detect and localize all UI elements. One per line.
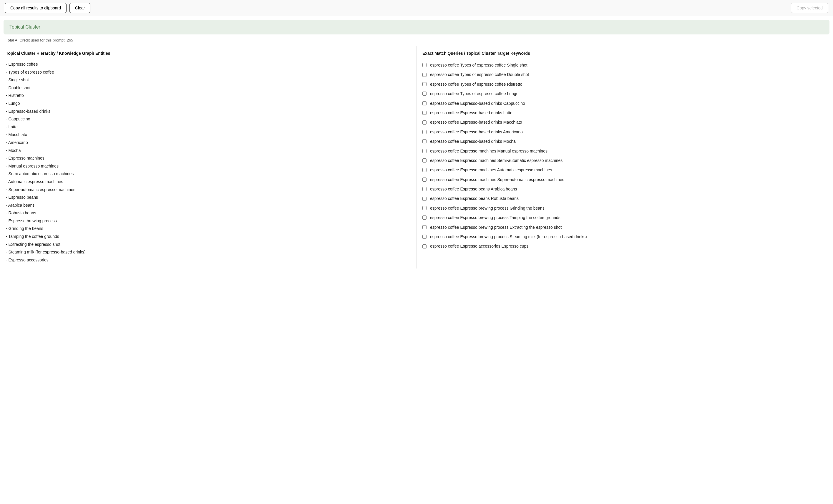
keyword-checkbox[interactable]: [422, 130, 427, 134]
keyword-text: espresso coffee Espresso machines Automa…: [430, 167, 827, 173]
keyword-checkbox[interactable]: [422, 168, 427, 172]
keyword-text: espresso coffee Types of espresso coffee…: [430, 90, 827, 97]
keyword-checkbox[interactable]: [422, 111, 427, 115]
keyword-text: espresso coffee Espresso-based drinks Mo…: [430, 138, 827, 145]
hierarchy-item: - Cappuccino: [6, 115, 410, 123]
keyword-item: espresso coffee Espresso machines Manual…: [422, 146, 827, 156]
hierarchy-item: - Espresso machines: [6, 154, 410, 162]
keyword-checkbox[interactable]: [422, 187, 427, 191]
keyword-text: espresso coffee Espresso brewing process…: [430, 205, 827, 211]
keyword-list: espresso coffee Types of espresso coffee…: [422, 61, 827, 251]
right-panel: Exact Match Queries / Topical Cluster Ta…: [416, 46, 830, 268]
keyword-text: espresso coffee Types of espresso coffee…: [430, 62, 827, 68]
hierarchy-item: - Double shot: [6, 84, 410, 92]
keyword-text: espresso coffee Espresso brewing process…: [430, 214, 827, 221]
keyword-item: espresso coffee Types of espresso coffee…: [422, 89, 827, 98]
keyword-text: espresso coffee Espresso-based drinks Am…: [430, 129, 827, 135]
keyword-text: espresso coffee Types of espresso coffee…: [430, 81, 827, 88]
keyword-checkbox[interactable]: [422, 120, 427, 124]
toolbar: Copy all results to clipboard Clear Copy…: [0, 0, 833, 16]
keyword-text: espresso coffee Espresso machines Manual…: [430, 148, 827, 154]
keyword-checkbox[interactable]: [422, 235, 427, 239]
keyword-item: espresso coffee Espresso machines Automa…: [422, 165, 827, 174]
keyword-item: espresso coffee Espresso machines Super-…: [422, 175, 827, 184]
main-content: Topical Cluster Hierarchy / Knowledge Gr…: [0, 46, 833, 268]
keyword-item: espresso coffee Espresso-based drinks Ca…: [422, 99, 827, 108]
keyword-item: espresso coffee Espresso-based drinks Am…: [422, 127, 827, 137]
hierarchy-item: - Latte: [6, 123, 410, 131]
keyword-item: espresso coffee Types of espresso coffee…: [422, 61, 827, 70]
hierarchy-item: - Macchiato: [6, 131, 410, 139]
hierarchy-list: - Espresso coffee - Types of espresso co…: [6, 61, 410, 264]
keyword-item: espresso coffee Espresso-based drinks Ma…: [422, 117, 827, 127]
keyword-item: espresso coffee Espresso beans Arabica b…: [422, 184, 827, 194]
keyword-text: espresso coffee Espresso beans Robusta b…: [430, 195, 827, 202]
keyword-item: espresso coffee Espresso brewing process…: [422, 232, 827, 241]
credit-info: Total AI Credit used for this prompt: 26…: [0, 34, 833, 46]
left-panel-header: Topical Cluster Hierarchy / Knowledge Gr…: [6, 51, 410, 56]
hierarchy-item: - Lungo: [6, 99, 410, 107]
keyword-item: espresso coffee Espresso brewing process…: [422, 222, 827, 232]
hierarchy-item: - Steaming milk (for espresso-based drin…: [6, 248, 410, 256]
keyword-checkbox[interactable]: [422, 197, 427, 201]
hierarchy-item: - Ristretto: [6, 92, 410, 99]
hierarchy-item: - Automatic espresso machines: [6, 178, 410, 186]
keyword-item: espresso coffee Espresso brewing process…: [422, 213, 827, 222]
hierarchy-item: - Arabica beans: [6, 201, 410, 209]
keyword-item: espresso coffee Espresso beans Robusta b…: [422, 194, 827, 203]
hierarchy-item: - Espresso beans: [6, 193, 410, 201]
keyword-checkbox[interactable]: [422, 177, 427, 182]
keyword-item: espresso coffee Espresso machines Semi-a…: [422, 156, 827, 165]
hierarchy-item: - Semi-automatic espresso machines: [6, 170, 410, 178]
hierarchy-item: - Types of espresso coffee: [6, 68, 410, 76]
toolbar-right: Copy selected: [791, 3, 828, 13]
hierarchy-item: - Mocha: [6, 147, 410, 154]
keyword-text: espresso coffee Espresso brewing process…: [430, 224, 827, 231]
keyword-checkbox[interactable]: [422, 206, 427, 210]
keyword-item: espresso coffee Espresso-based drinks La…: [422, 108, 827, 117]
hierarchy-item: - Espresso brewing process: [6, 217, 410, 225]
right-panel-header: Exact Match Queries / Topical Cluster Ta…: [422, 51, 827, 56]
cluster-header: Topical Cluster: [3, 20, 830, 34]
keyword-item: espresso coffee Espresso-based drinks Mo…: [422, 137, 827, 146]
keyword-checkbox[interactable]: [422, 225, 427, 229]
keyword-checkbox[interactable]: [422, 82, 427, 86]
keyword-text: espresso coffee Espresso beans Arabica b…: [430, 186, 827, 192]
hierarchy-item: - Espresso accessories: [6, 256, 410, 264]
keyword-text: espresso coffee Espresso-based drinks Ca…: [430, 100, 827, 106]
keyword-checkbox[interactable]: [422, 101, 427, 105]
keyword-item: espresso coffee Types of espresso coffee…: [422, 79, 827, 89]
keyword-checkbox[interactable]: [422, 149, 427, 153]
hierarchy-item: - Americano: [6, 139, 410, 147]
keyword-checkbox[interactable]: [422, 92, 427, 96]
keyword-text: espresso coffee Espresso machines Semi-a…: [430, 157, 827, 164]
keyword-checkbox[interactable]: [422, 63, 427, 67]
hierarchy-item: - Manual espresso machines: [6, 162, 410, 170]
keyword-text: espresso coffee Espresso accessories Esp…: [430, 243, 827, 249]
hierarchy-item: - Espresso coffee: [6, 61, 410, 68]
left-panel: Topical Cluster Hierarchy / Knowledge Gr…: [3, 46, 416, 268]
hierarchy-item: - Espresso-based drinks: [6, 107, 410, 115]
keyword-checkbox[interactable]: [422, 159, 427, 163]
copy-selected-button[interactable]: Copy selected: [791, 3, 828, 13]
keyword-checkbox[interactable]: [422, 244, 427, 248]
clear-button[interactable]: Clear: [69, 3, 90, 13]
keyword-checkbox[interactable]: [422, 73, 427, 77]
keyword-item: espresso coffee Espresso accessories Esp…: [422, 241, 827, 251]
keyword-text: espresso coffee Espresso brewing process…: [430, 234, 827, 240]
keyword-text: espresso coffee Espresso-based drinks La…: [430, 110, 827, 116]
hierarchy-item: - Grinding the beans: [6, 225, 410, 233]
hierarchy-item: - Single shot: [6, 76, 410, 84]
hierarchy-item: - Extracting the espresso shot: [6, 241, 410, 248]
keyword-item: espresso coffee Espresso brewing process…: [422, 203, 827, 213]
keyword-checkbox[interactable]: [422, 139, 427, 143]
keyword-text: espresso coffee Espresso machines Super-…: [430, 176, 827, 183]
hierarchy-item: - Super-automatic espresso machines: [6, 186, 410, 194]
keyword-item: espresso coffee Types of espresso coffee…: [422, 70, 827, 79]
hierarchy-item: - Robusta beans: [6, 209, 410, 217]
keyword-text: espresso coffee Types of espresso coffee…: [430, 71, 827, 78]
hierarchy-item: - Tamping the coffee grounds: [6, 233, 410, 241]
keyword-checkbox[interactable]: [422, 216, 427, 220]
copy-all-button[interactable]: Copy all results to clipboard: [5, 3, 67, 13]
cluster-title: Topical Cluster: [9, 24, 40, 29]
